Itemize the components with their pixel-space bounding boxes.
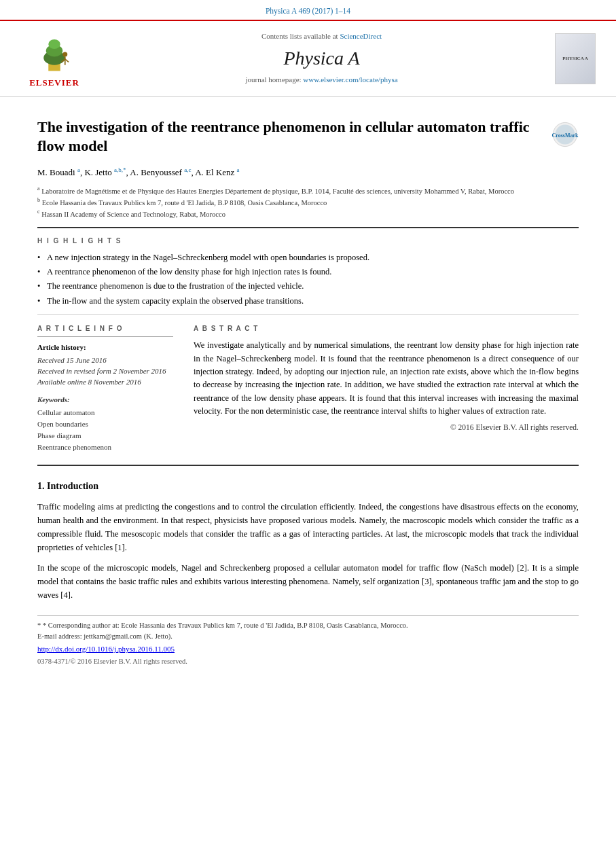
article-history: Article history: Received 15 June 2016 R…: [37, 342, 173, 388]
divider-after-highlights: [37, 314, 579, 315]
intro-paragraph-2: In the scope of the microscopic models, …: [37, 561, 579, 602]
article-info-column: A R T I C L E I N F O Article history: R…: [37, 324, 173, 454]
revised-date: Received in revised form 2 November 2016: [37, 366, 173, 377]
highlights-section: H I G H L I G H T S A new injection stra…: [37, 236, 579, 307]
journal-title: Physica A: [102, 45, 541, 73]
article-info-heading: A R T I C L E I N F O: [37, 324, 173, 338]
sciencedirect-line: Contents lists available at ScienceDirec…: [102, 31, 541, 42]
journal-homepage: journal homepage: www.elsevier.com/locat…: [102, 75, 541, 86]
article-title: The investigation of the reentrance phen…: [37, 118, 579, 156]
received-date: Received 15 June 2016: [37, 355, 173, 366]
journal-thumbnail: PHYSICA A: [555, 33, 596, 84]
keyword-item: Open boundaries: [37, 419, 173, 430]
divider-after-abstract: [37, 465, 579, 466]
article-info-abstract-section: A R T I C L E I N F O Article history: R…: [37, 324, 579, 454]
intro-heading: 1. Introduction: [37, 480, 579, 493]
journal-reference: Physica A 469 (2017) 1–14: [0, 0, 616, 20]
elsevier-brand-text: ELSEVIER: [29, 77, 79, 90]
highlight-item: The in-flow and the system capacity expl…: [37, 295, 579, 307]
journal-header: ELSEVIER Contents lists available at Sci…: [0, 20, 616, 97]
doi-line: http://dx.doi.org/10.1016/j.physa.2016.1…: [37, 644, 579, 655]
crossmark-badge: CrossMark: [551, 121, 579, 152]
abstract-heading: A B S T R A C T: [194, 324, 579, 334]
introduction-section: 1. Introduction Traffic modeling aims at…: [37, 480, 579, 602]
affiliations: a Laboratoire de Magnétisme et de Physiq…: [37, 185, 579, 220]
svg-point-3: [48, 39, 60, 49]
footnote-section: * * Corresponding author at: Ecole Hassa…: [37, 615, 579, 667]
highlights-heading: H I G H L I G H T S: [37, 236, 579, 247]
highlight-item: A new injection strategy in the Nagel–Sc…: [37, 251, 579, 264]
email-note: E-mail address: jettkam@gmail.com (K. Je…: [37, 631, 579, 642]
svg-point-4: [62, 52, 67, 56]
journal-info-center: Contents lists available at ScienceDirec…: [102, 31, 541, 86]
keywords-section: Keywords: Cellular automaton Open bounda…: [37, 395, 173, 453]
highlight-item: The reentrance phenomenon is due to the …: [37, 280, 579, 292]
highlights-list: A new injection strategy in the Nagel–Sc…: [37, 251, 579, 307]
doi-link[interactable]: http://dx.doi.org/10.1016/j.physa.2016.1…: [37, 645, 175, 653]
corresponding-author-note: * * Corresponding author at: Ecole Hassa…: [37, 620, 579, 631]
elsevier-logo: ELSEVIER: [20, 28, 88, 90]
keyword-item: Cellular automaton: [37, 408, 173, 418]
divider-after-affiliations: [37, 227, 579, 228]
highlight-item: A reentrance phenomenon of the low densi…: [37, 266, 579, 278]
keyword-item: Reentrance phenomenon: [37, 442, 173, 453]
abstract-copyright: © 2016 Elsevier B.V. All rights reserved…: [194, 422, 579, 433]
main-content: CrossMark The investigation of the reent…: [0, 97, 616, 681]
abstract-column: A B S T R A C T We investigate analytica…: [194, 324, 579, 454]
svg-text:CrossMark: CrossMark: [552, 132, 579, 139]
intro-paragraph-1: Traffic modeling aims at predicting the …: [37, 500, 579, 554]
available-date: Available online 8 November 2016: [37, 377, 173, 388]
homepage-url[interactable]: www.elsevier.com/locate/physa: [303, 75, 397, 84]
keywords-label: Keywords:: [37, 395, 173, 406]
authors-line: M. Bouadi a, K. Jetto a,b,*, A. Benyouss…: [37, 166, 579, 179]
keyword-item: Phase diagram: [37, 431, 173, 442]
sciencedirect-link[interactable]: ScienceDirect: [340, 32, 382, 40]
issn-line: 0378-4371/© 2016 Elsevier B.V. All right…: [37, 656, 579, 666]
abstract-text: We investigate analytically and by numer…: [194, 339, 579, 418]
